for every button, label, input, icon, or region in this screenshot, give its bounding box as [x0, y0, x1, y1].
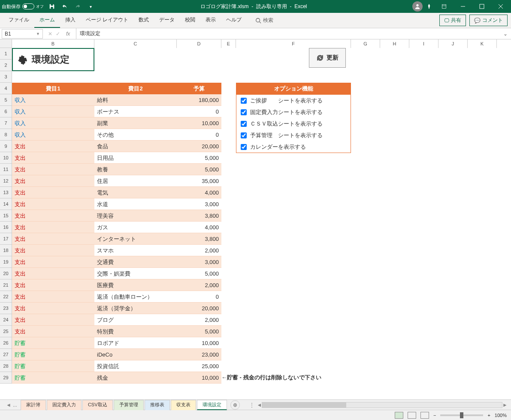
- table-row[interactable]: 収入給料180,000: [12, 94, 221, 106]
- row-header-18[interactable]: 18: [0, 245, 12, 256]
- cancel-icon[interactable]: ✕: [48, 31, 52, 37]
- cell-category[interactable]: 貯蓄: [12, 372, 94, 383]
- row-header-25[interactable]: 25: [0, 326, 12, 337]
- cell-item[interactable]: 返済（奨学金）: [94, 303, 177, 314]
- hscroll-left-icon[interactable]: ◄: [257, 402, 262, 408]
- cell-budget[interactable]: 3,000: [177, 198, 221, 210]
- sheet-tab[interactable]: 予算管理: [114, 400, 144, 410]
- row-header-20[interactable]: 20: [0, 268, 12, 279]
- sheet-tab[interactable]: 推移表: [145, 400, 170, 410]
- cell-item[interactable]: ガス: [94, 222, 177, 233]
- sheet-tab[interactable]: 家計簿: [21, 400, 46, 410]
- table-row[interactable]: 貯蓄iDeCo23,000: [12, 349, 221, 360]
- row-header-28[interactable]: 28: [0, 360, 12, 372]
- close-button[interactable]: [492, 0, 509, 13]
- cell-budget[interactable]: 23,000: [177, 349, 221, 360]
- row-header-11[interactable]: 11: [0, 164, 12, 175]
- cell-budget[interactable]: 20,000: [177, 141, 221, 152]
- cell-category[interactable]: 貯蓄: [12, 337, 94, 348]
- cell-item[interactable]: ブログ: [94, 314, 177, 325]
- cell-budget[interactable]: 180,000: [177, 94, 221, 105]
- update-button[interactable]: 更新: [309, 48, 346, 68]
- cell-category[interactable]: 支出: [12, 291, 94, 302]
- col-header-B[interactable]: B: [12, 39, 94, 48]
- fx-icon[interactable]: fx: [63, 31, 73, 37]
- table-row[interactable]: 貯蓄残金10,000: [12, 372, 221, 384]
- cell-category[interactable]: 貯蓄: [12, 349, 94, 360]
- table-row[interactable]: 支出教養5,000: [12, 164, 221, 175]
- sheet-nav-more-icon[interactable]: ...: [13, 402, 17, 408]
- cell-category[interactable]: 支出: [12, 256, 94, 267]
- formula-expand-icon[interactable]: ⌄: [500, 31, 511, 37]
- save-icon[interactable]: [47, 2, 57, 11]
- row-header-5[interactable]: 5: [0, 94, 12, 106]
- row-header-24[interactable]: 24: [0, 314, 12, 326]
- cell-category[interactable]: 支出: [12, 187, 94, 198]
- cell-item[interactable]: 住居: [94, 175, 177, 186]
- ribbon-tab-8[interactable]: ヘルプ: [221, 13, 247, 28]
- row-header-7[interactable]: 7: [0, 117, 12, 129]
- name-box[interactable]: B1▼: [2, 29, 43, 39]
- col-header-C[interactable]: C: [94, 39, 177, 48]
- cell-category[interactable]: 支出: [12, 245, 94, 256]
- ribbon-tab-1[interactable]: ホーム: [34, 13, 60, 28]
- qat-dropdown-icon[interactable]: ▾: [86, 2, 95, 11]
- sheet-tab[interactable]: 収支表: [171, 400, 196, 410]
- row-header-27[interactable]: 27: [0, 349, 12, 360]
- cell-item[interactable]: 残金: [94, 372, 177, 383]
- cell-item[interactable]: 副業: [94, 117, 177, 129]
- table-row[interactable]: 支出医療費2,000: [12, 279, 221, 291]
- cell-category[interactable]: 支出: [12, 233, 94, 244]
- zoom-out-icon[interactable]: −: [433, 413, 436, 418]
- cell-item[interactable]: 医療費: [94, 279, 177, 291]
- normal-view-icon[interactable]: [395, 412, 403, 419]
- zoom-slider[interactable]: [440, 414, 483, 416]
- option-checkbox[interactable]: [241, 132, 247, 138]
- col-header-F[interactable]: F: [236, 39, 351, 48]
- minimize-button[interactable]: [454, 0, 472, 13]
- row-header-2[interactable]: 2: [0, 60, 12, 71]
- cell-item[interactable]: ボーナス: [94, 106, 177, 117]
- row-header-12[interactable]: 12: [0, 175, 12, 187]
- enter-icon[interactable]: ✓: [56, 31, 60, 37]
- table-row[interactable]: 支出水道3,000: [12, 198, 221, 210]
- row-header-17[interactable]: 17: [0, 233, 12, 245]
- cell-budget[interactable]: 35,000: [177, 175, 221, 186]
- table-row[interactable]: 支出交際・娯楽費5,000: [12, 268, 221, 279]
- row-header-19[interactable]: 19: [0, 256, 12, 268]
- cell-item[interactable]: インターネット: [94, 233, 177, 244]
- undo-icon[interactable]: [60, 2, 70, 11]
- hscroll-right-icon[interactable]: ►: [502, 402, 508, 408]
- col-header-H[interactable]: H: [380, 39, 409, 48]
- table-row[interactable]: 支出インターネット3,800: [12, 233, 221, 245]
- cell-item[interactable]: 給料: [94, 94, 177, 105]
- col-header-G[interactable]: G: [351, 39, 380, 48]
- table-row[interactable]: 支出交通費3,000: [12, 256, 221, 268]
- cell-category[interactable]: 支出: [12, 303, 94, 314]
- cell-category[interactable]: 貯蓄: [12, 360, 94, 372]
- cell-item[interactable]: 理美容: [94, 210, 177, 221]
- cell-category[interactable]: 支出: [12, 175, 94, 186]
- table-row[interactable]: 支出理美容3,800: [12, 210, 221, 222]
- table-row[interactable]: 支出ガス4,000: [12, 222, 221, 233]
- table-row[interactable]: 支出スマホ2,000: [12, 245, 221, 256]
- row-header-13[interactable]: 13: [0, 187, 12, 198]
- table-row[interactable]: 収入ボーナス0: [12, 106, 221, 117]
- user-avatar[interactable]: [412, 1, 423, 12]
- table-row[interactable]: 支出日用品5,000: [12, 152, 221, 164]
- row-header-4[interactable]: 4: [0, 83, 12, 94]
- cell-category[interactable]: 支出: [12, 326, 94, 337]
- row-header-1[interactable]: 1: [0, 48, 12, 60]
- row-header-14[interactable]: 14: [0, 198, 12, 210]
- cell-category[interactable]: 支出: [12, 314, 94, 325]
- cell-budget[interactable]: 4,000: [177, 222, 221, 233]
- cell-item[interactable]: 返済（自動車ローン）: [94, 291, 177, 302]
- table-row[interactable]: 支出電気4,000: [12, 187, 221, 198]
- table-row[interactable]: 収入その他0: [12, 129, 221, 141]
- comments-button[interactable]: 💬コメント: [469, 15, 508, 26]
- cell-budget[interactable]: 5,000: [177, 164, 221, 175]
- sheet-tab[interactable]: 固定費入力: [47, 400, 82, 410]
- cell-budget[interactable]: 3,800: [177, 210, 221, 221]
- cell-item[interactable]: スマホ: [94, 245, 177, 256]
- option-checkbox[interactable]: [241, 144, 247, 150]
